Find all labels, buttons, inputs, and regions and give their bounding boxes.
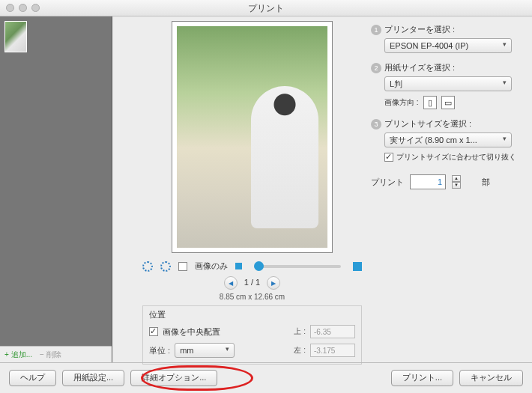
portrait-button[interactable]: ▯ [423, 96, 437, 109]
next-page-button[interactable]: ▶ [267, 276, 280, 290]
orientation-label: 画像方向 : [384, 97, 419, 108]
zoom-in-icon[interactable] [353, 262, 362, 271]
print-size-select[interactable]: 実サイズ (8.90 cm x 1... [384, 132, 512, 147]
print-button[interactable]: プリント... [391, 370, 453, 386]
page-indicator: 1 / 1 [244, 278, 260, 287]
unit-select[interactable]: mm [175, 343, 235, 358]
add-button[interactable]: + 追加... [4, 350, 32, 360]
traffic-lights [6, 4, 40, 12]
copies-stepper[interactable]: ▲▼ [452, 175, 461, 189]
copies-input[interactable] [410, 174, 446, 189]
center-image-label: 画像を中央配置 [163, 326, 279, 338]
advanced-options-button[interactable]: 詳細オプション... [130, 370, 217, 386]
left-label: 左 : [283, 345, 306, 356]
landscape-button[interactable]: ▭ [441, 96, 455, 109]
step-2-icon: 2 [371, 63, 381, 73]
help-button[interactable]: ヘルプ [9, 370, 56, 386]
image-only-checkbox[interactable] [178, 262, 187, 271]
thumbnail-sidebar: + 追加... − 削除 [0, 16, 112, 362]
top-label: 上 : [283, 326, 306, 337]
crop-to-fit-label: プリントサイズに合わせて切り抜く [396, 152, 516, 162]
printer-select[interactable]: EPSON EP-4004 (IP) [384, 38, 512, 53]
crop-to-fit-checkbox[interactable] [384, 153, 393, 162]
minimize-window-icon[interactable] [19, 4, 27, 12]
zoom-slider[interactable] [254, 265, 341, 268]
copies-label: プリント [371, 177, 404, 188]
cancel-button[interactable]: キャンセル [459, 370, 523, 386]
rotate-ccw-icon[interactable] [142, 261, 153, 272]
unit-label: 単位 : [149, 345, 170, 356]
printer-label: プリンターを選択 : [384, 24, 455, 35]
close-window-icon[interactable] [6, 4, 14, 12]
page-setup-button[interactable]: 用紙設定... [62, 370, 124, 386]
paper-size-select[interactable]: L判 [384, 76, 512, 91]
top-input [310, 325, 355, 338]
center-image-checkbox[interactable] [149, 327, 158, 336]
zoom-window-icon[interactable] [31, 4, 40, 12]
position-group: 位置 画像を中央配置 上 : 単位 : mm 左 : [142, 305, 362, 365]
print-preview [172, 21, 333, 253]
page-thumbnail[interactable] [4, 21, 27, 52]
prev-page-button[interactable]: ◀ [224, 276, 238, 290]
left-input [310, 344, 355, 357]
paper-dimensions: 8.85 cm x 12.66 cm [142, 293, 362, 301]
paper-size-label: 用紙サイズを選択 : [384, 62, 455, 73]
image-only-label: 画像のみ [195, 261, 228, 272]
window-titlebar: プリント [0, 0, 532, 16]
window-title: プリント [248, 3, 284, 13]
print-size-label: プリントサイズを選択 : [384, 118, 471, 130]
remove-button: − 削除 [40, 350, 61, 360]
rotate-cw-icon[interactable] [160, 261, 171, 272]
zoom-out-icon[interactable] [235, 263, 242, 269]
copies-unit: 部 [482, 177, 490, 188]
step-1-icon: 1 [371, 25, 381, 35]
step-3-icon: 3 [371, 119, 381, 130]
position-legend: 位置 [149, 310, 166, 319]
